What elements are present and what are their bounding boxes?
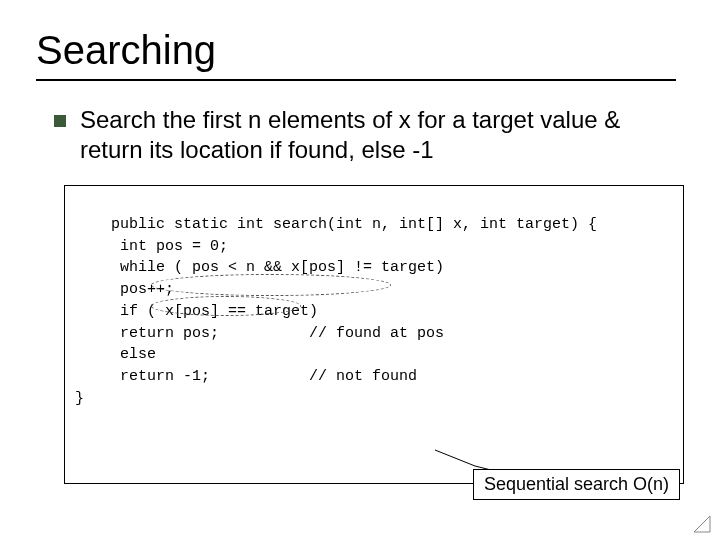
title-underline: [36, 79, 676, 81]
highlight-oval-icon: [151, 274, 391, 296]
callout-box: Sequential search O(n): [473, 469, 680, 500]
page-corner-icon: [692, 514, 712, 534]
code-block: public static int search(int n, int[] x,…: [64, 185, 684, 484]
code-content: public static int search(int n, int[] x,…: [75, 216, 597, 407]
bullet-item: Search the first n elements of x for a t…: [36, 105, 684, 165]
square-bullet-icon: [54, 115, 66, 127]
slide-title: Searching: [36, 28, 684, 73]
bullet-text: Search the first n elements of x for a t…: [80, 105, 684, 165]
slide: Searching Search the first n elements of…: [0, 0, 720, 484]
